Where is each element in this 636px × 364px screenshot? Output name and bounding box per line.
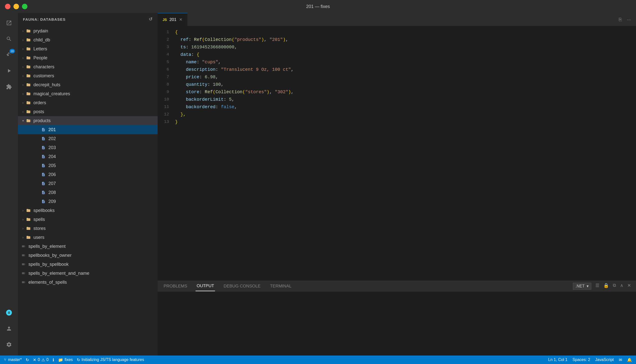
- sidebar-header-actions: ↺: [149, 16, 153, 22]
- folder-item[interactable]: 📁 fixes: [58, 358, 73, 362]
- sidebar-item-spellbooks[interactable]: ›spellbooks: [18, 206, 158, 215]
- folder-icon: [26, 64, 32, 70]
- line-content: description: "Translucent 9 Oz, 100 ct",: [175, 66, 636, 73]
- sidebar-item-spells_by_spellbook[interactable]: spells_by_spellbook: [18, 260, 158, 269]
- line-number: 8: [158, 81, 175, 88]
- explorer-activity-icon[interactable]: [2, 16, 17, 30]
- index-icon: [21, 270, 27, 276]
- sidebar-item-magical_creatures[interactable]: ›magical_creatures: [18, 89, 158, 98]
- sidebar-item-203[interactable]: 203: [18, 143, 158, 152]
- sidebar-item-stores[interactable]: ›stores: [18, 224, 158, 233]
- sidebar-item-characters[interactable]: ›characters: [18, 62, 158, 71]
- panel-copy-icon[interactable]: ⧉: [613, 283, 616, 290]
- fauna-activity-icon[interactable]: [2, 305, 17, 320]
- sidebar-item-208[interactable]: 208: [18, 188, 158, 197]
- plain-token: ,: [286, 37, 288, 42]
- position-item[interactable]: Ln 1, Col 1: [548, 358, 567, 362]
- run-activity-icon[interactable]: [2, 63, 17, 78]
- window-controls: [5, 4, 28, 9]
- tree-item-label: stores: [34, 226, 46, 231]
- sidebar-item-products[interactable]: ▾products: [18, 116, 158, 125]
- sidebar-item-posts[interactable]: ›posts: [18, 107, 158, 116]
- sidebar-item-spells_by_element[interactable]: spells_by_element: [18, 242, 158, 251]
- info-item[interactable]: ℹ: [53, 358, 54, 362]
- sidebar-item-205[interactable]: 205: [18, 161, 158, 170]
- tree-item-label: customers: [34, 73, 54, 78]
- panel-chevron-up-icon[interactable]: ∧: [620, 283, 623, 290]
- line-number: 5: [158, 58, 175, 66]
- source-control-badge: 18: [10, 49, 15, 53]
- sync-item[interactable]: ↻: [26, 358, 29, 362]
- tab-201[interactable]: JS 201 ✕: [158, 13, 188, 26]
- panel-tab-output[interactable]: OUTPUT: [196, 281, 215, 291]
- sidebar-item-decrepit_huts[interactable]: ›decrepit_huts: [18, 80, 158, 89]
- folder-icon: [26, 226, 32, 231]
- maximize-button[interactable]: [22, 4, 28, 9]
- source-control-activity-icon[interactable]: 18: [2, 47, 17, 62]
- sidebar-item-People[interactable]: ›People: [18, 53, 158, 62]
- panel-tab-debug-console[interactable]: DEBUG CONSOLE: [223, 281, 261, 291]
- git-branch-icon: ⑂: [4, 358, 7, 362]
- number-token: 5: [229, 97, 232, 102]
- status-bar-left: ⑂ master* ↻ ✕ 0 ⚠ 0 ℹ 📁 fixes ↻ Initiali…: [4, 358, 144, 362]
- line-number: 9: [158, 88, 175, 96]
- folder-icon: [26, 216, 32, 222]
- panel-output-dropdown[interactable]: .NET ▾: [573, 283, 591, 290]
- loading-icon: ↻: [77, 358, 80, 362]
- line-content: backorderLimit: 5,: [175, 96, 636, 103]
- chevron-icon: ›: [21, 38, 26, 42]
- spaces-item[interactable]: Spaces: 2: [572, 358, 590, 362]
- extensions-activity-icon[interactable]: [2, 79, 17, 94]
- plain-token: ,: [218, 60, 221, 64]
- plain-token: ,: [232, 97, 234, 102]
- panel-clear-icon[interactable]: ☰: [595, 283, 599, 290]
- plain-token: [175, 97, 186, 102]
- panel-tab-terminal[interactable]: TERMINAL: [269, 281, 293, 291]
- sidebar-item-207[interactable]: 207: [18, 179, 158, 188]
- feedback-item[interactable]: ✉: [619, 358, 622, 362]
- sidebar-item-customers[interactable]: ›customers: [18, 71, 158, 80]
- paren-token: ): [283, 37, 286, 42]
- search-activity-icon[interactable]: [2, 32, 17, 46]
- spaces-label: Spaces: 2: [572, 358, 590, 362]
- sidebar-item-Letters[interactable]: ›Letters: [18, 44, 158, 53]
- panel-close-icon[interactable]: ✕: [627, 283, 631, 290]
- language-item[interactable]: JavaScript: [595, 358, 614, 362]
- panel-lock-icon[interactable]: 🔒: [603, 283, 609, 290]
- more-actions-icon[interactable]: ···: [627, 17, 631, 22]
- folder-icon: [26, 100, 32, 106]
- sidebar-item-204[interactable]: 204: [18, 152, 158, 161]
- file-icon: [41, 172, 46, 178]
- sidebar-item-spells[interactable]: ›spells: [18, 215, 158, 224]
- sidebar-item-orders[interactable]: ›orders: [18, 98, 158, 107]
- sidebar-item-elements_of_spells[interactable]: elements_of_spells: [18, 278, 158, 287]
- sidebar-item-206[interactable]: 206: [18, 170, 158, 179]
- code-line-11: 11 backordered: false,: [158, 103, 636, 111]
- tree-item-label: 209: [48, 199, 56, 204]
- sidebar-item-users[interactable]: ›users: [18, 233, 158, 242]
- git-branch-item[interactable]: ⑂ master*: [4, 358, 22, 362]
- close-button[interactable]: [5, 4, 11, 9]
- sidebar-item-spells_by_element_and_name[interactable]: spells_by_element_and_name: [18, 269, 158, 278]
- minimize-button[interactable]: [14, 4, 19, 9]
- sidebar-item-prydain[interactable]: ›prydain: [18, 26, 158, 36]
- sidebar-item-spellbooks_by_owner[interactable]: spellbooks_by_owner: [18, 251, 158, 260]
- panel-tab-problems[interactable]: PROBLEMS: [163, 281, 188, 291]
- bool-token: false: [221, 104, 234, 110]
- split-editor-icon[interactable]: ⎘: [619, 17, 622, 22]
- plain-token: ,: [221, 82, 224, 87]
- sidebar-item-201[interactable]: 201: [18, 125, 158, 134]
- bell-icon: 🔔: [627, 358, 632, 362]
- plain-token: ,: [291, 90, 294, 94]
- bell-item[interactable]: 🔔: [627, 358, 632, 362]
- errors-item[interactable]: ✕ 0 ⚠ 0: [33, 358, 49, 362]
- code-editor[interactable]: 1{2 ref: Ref(Collection("products"), "20…: [158, 26, 636, 281]
- sidebar-item-202[interactable]: 202: [18, 134, 158, 143]
- string-token: "stores": [245, 90, 267, 94]
- sidebar-item-child_db[interactable]: ›child_db: [18, 36, 158, 44]
- sidebar-item-209[interactable]: 209: [18, 197, 158, 206]
- account-activity-icon[interactable]: [2, 321, 17, 336]
- tab-close-icon[interactable]: ✕: [179, 17, 182, 22]
- settings-activity-icon[interactable]: [2, 337, 17, 352]
- refresh-icon[interactable]: ↺: [149, 16, 153, 22]
